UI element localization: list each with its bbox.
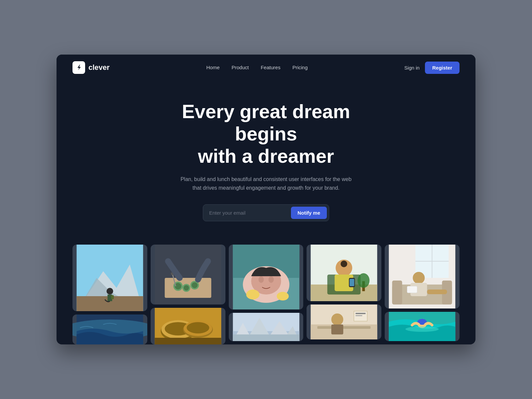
svg-point-17 bbox=[192, 282, 198, 288]
photo-sofa-reading bbox=[385, 245, 460, 308]
register-button[interactable]: Register bbox=[425, 62, 460, 74]
nav-home[interactable]: Home bbox=[206, 65, 219, 70]
svg-rect-55 bbox=[318, 326, 371, 329]
hero-subtitle: Plan, build and lunch beautiful and cons… bbox=[180, 175, 352, 192]
svg-rect-50 bbox=[350, 279, 354, 286]
svg-rect-70 bbox=[427, 290, 447, 294]
svg-rect-58 bbox=[356, 315, 362, 316]
photo-swimmer bbox=[385, 312, 460, 341]
svg-point-35 bbox=[277, 292, 289, 300]
svg-rect-42 bbox=[233, 334, 299, 341]
svg-point-75 bbox=[406, 326, 439, 332]
hero-title: Every great dream begins with a dreamer bbox=[160, 100, 372, 167]
svg-point-32 bbox=[258, 276, 264, 283]
nav-links: Home Product Features Pricing bbox=[206, 65, 308, 71]
svg-point-33 bbox=[268, 276, 274, 283]
svg-rect-57 bbox=[356, 313, 366, 314]
photo-col-3 bbox=[229, 245, 304, 341]
photo-col-4 bbox=[307, 245, 381, 339]
nav-features[interactable]: Features bbox=[261, 65, 280, 70]
svg-point-68 bbox=[413, 272, 425, 284]
photo-col-2 bbox=[151, 245, 225, 344]
email-form: Notify me bbox=[203, 204, 329, 221]
svg-point-34 bbox=[246, 290, 259, 299]
photo-ocean bbox=[72, 314, 147, 344]
logo-text: clever bbox=[88, 63, 110, 72]
svg-point-59 bbox=[332, 313, 343, 325]
svg-rect-7 bbox=[111, 295, 114, 299]
nav-actions: Sign in Register bbox=[404, 62, 460, 74]
photo-col-1 bbox=[72, 245, 147, 344]
photo-col-5 bbox=[385, 245, 460, 341]
photo-mountains-landscape bbox=[229, 313, 304, 341]
svg-rect-60 bbox=[332, 324, 343, 334]
email-input[interactable] bbox=[209, 210, 291, 216]
svg-point-52 bbox=[358, 273, 370, 288]
svg-point-47 bbox=[341, 261, 347, 267]
photo-desk-phone bbox=[307, 245, 381, 301]
nav-pricing[interactable]: Pricing bbox=[292, 65, 308, 70]
photo-desk-rear bbox=[307, 304, 381, 339]
svg-point-15 bbox=[184, 285, 189, 291]
browser-window: clever Home Product Features Pricing Sig… bbox=[57, 55, 475, 344]
photo-wooden-bowls bbox=[151, 308, 225, 344]
nav-product[interactable]: Product bbox=[231, 65, 249, 70]
svg-point-5 bbox=[106, 288, 113, 295]
photo-mountain-hiker bbox=[72, 245, 147, 311]
svg-rect-27 bbox=[155, 338, 221, 344]
hero-section: Every great dream begins with a dreamer … bbox=[57, 81, 475, 234]
photo-woman-spa bbox=[229, 245, 304, 309]
navbar: clever Home Product Features Pricing Sig… bbox=[57, 55, 475, 81]
svg-point-26 bbox=[187, 322, 209, 333]
sign-in-button[interactable]: Sign in bbox=[404, 65, 420, 71]
logo-area: clever bbox=[72, 61, 110, 74]
logo-icon bbox=[72, 61, 85, 74]
notify-button[interactable]: Notify me bbox=[291, 207, 327, 219]
photo-chopping bbox=[151, 245, 225, 304]
svg-rect-71 bbox=[407, 286, 417, 293]
svg-rect-66 bbox=[392, 281, 402, 304]
photo-grid bbox=[57, 235, 475, 344]
